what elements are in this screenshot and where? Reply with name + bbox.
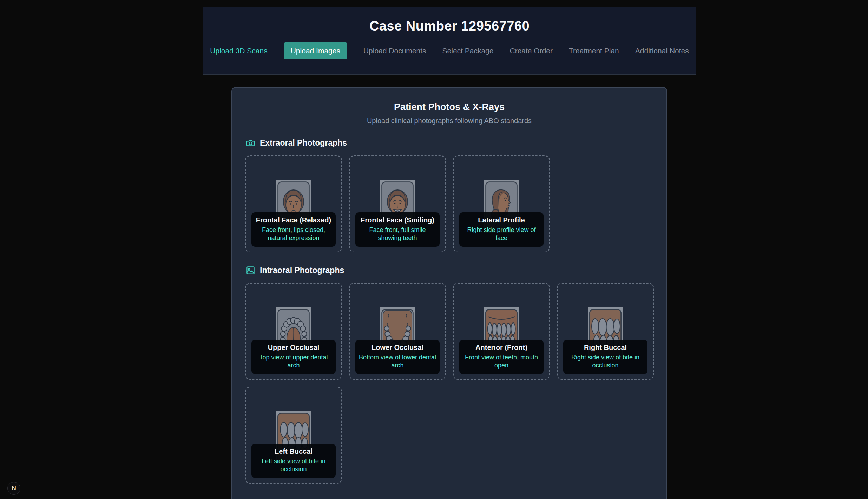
tab-upload-3d-scans[interactable]: Upload 3D Scans [210,47,267,55]
card-label: Anterior (Front) Front view of teeth, mo… [459,340,544,374]
photos-panel: Patient Photos & X-Rays Upload clinical … [231,87,667,499]
card-grid: Frontal Face (Relaxed) Face front, lips … [245,155,655,252]
card-grid: Upper Occlusal Top view of upper dental … [245,283,655,484]
case-header: Case Number 129567760 Upload 3D ScansUpl… [203,7,696,75]
card-title: Right Buccal [566,344,645,352]
card-title: Left Buccal [254,447,333,455]
card-title: Anterior (Front) [462,344,541,352]
card-title: Upper Occlusal [254,344,333,352]
section-header: Extraoral Photographs [246,138,653,148]
case-title: Case Number 129567760 [369,19,530,34]
app-viewport: Case Number 129567760 Upload 3D ScansUpl… [0,0,868,499]
card-label: Right Buccal Right side view of bite in … [563,340,647,374]
card-desc: Face front, full smile showing teeth [358,226,437,242]
tab-select-package[interactable]: Select Package [442,47,494,55]
upload-card-frontal-face-smiling[interactable]: Frontal Face (Smiling) Face front, full … [349,155,446,252]
upload-card-frontal-face-relaxed[interactable]: Frontal Face (Relaxed) Face front, lips … [245,155,342,252]
upload-card-upper-occlusal[interactable]: Upper Occlusal Top view of upper dental … [245,283,342,380]
tab-upload-documents[interactable]: Upload Documents [363,47,426,55]
card-desc: Top view of upper dental arch [254,353,333,370]
card-desc: Left side view of bite in occlusion [254,457,333,473]
section-intraoral-photographs: Intraoral Photographs Upper Occlusal Top… [245,266,653,484]
card-title: Lower Occlusal [358,344,437,352]
section-extraoral-photographs: Extraoral Photographs Frontal Face (Rela… [245,138,653,252]
camera-icon [246,138,255,148]
card-title: Lateral Profile [462,216,541,224]
upload-card-lateral-profile[interactable]: Lateral Profile Right side profile view … [453,155,550,252]
upload-card-anterior-front[interactable]: Anterior (Front) Front view of teeth, mo… [453,283,550,380]
card-desc: Front view of teeth, mouth open [462,353,541,370]
section-title: Extraoral Photographs [260,138,347,148]
wizard-tabs: Upload 3D ScansUpload ImagesUpload Docum… [210,42,689,59]
card-desc: Bottom view of lower dental arch [358,353,437,370]
tab-create-order[interactable]: Create Order [509,47,553,55]
n-badge-label: N [12,485,16,492]
photo-sections: Extraoral Photographs Frontal Face (Rela… [245,138,653,484]
card-label: Upper Occlusal Top view of upper dental … [251,340,336,374]
tab-treatment-plan[interactable]: Treatment Plan [569,47,619,55]
card-label: Lateral Profile Right side profile view … [459,212,544,247]
card-label: Frontal Face (Relaxed) Face front, lips … [251,212,336,247]
card-desc: Face front, lips closed, natural express… [254,226,333,242]
n-badge-button[interactable]: N [7,482,20,495]
card-label: Left Buccal Left side view of bite in oc… [251,444,336,478]
card-title: Frontal Face (Relaxed) [254,216,333,224]
upload-card-lower-occlusal[interactable]: Lower Occlusal Bottom view of lower dent… [349,283,446,380]
upload-card-left-buccal[interactable]: Left Buccal Left side view of bite in oc… [245,387,342,484]
card-desc: Right side view of bite in occlusion [566,353,645,370]
panel-subtitle: Upload clinical photographs following AB… [245,117,653,125]
panel-title: Patient Photos & X-Rays [245,102,653,113]
tab-additional-notes[interactable]: Additional Notes [635,47,689,55]
card-title: Frontal Face (Smiling) [358,216,437,224]
card-label: Frontal Face (Smiling) Face front, full … [355,212,440,247]
card-label: Lower Occlusal Bottom view of lower dent… [355,340,440,374]
tab-upload-images[interactable]: Upload Images [284,42,347,59]
section-title: Intraoral Photographs [260,266,344,275]
section-header: Intraoral Photographs [246,266,653,275]
card-desc: Right side profile view of face [462,226,541,242]
image-icon [246,266,255,275]
upload-card-right-buccal[interactable]: Right Buccal Right side view of bite in … [557,283,654,380]
